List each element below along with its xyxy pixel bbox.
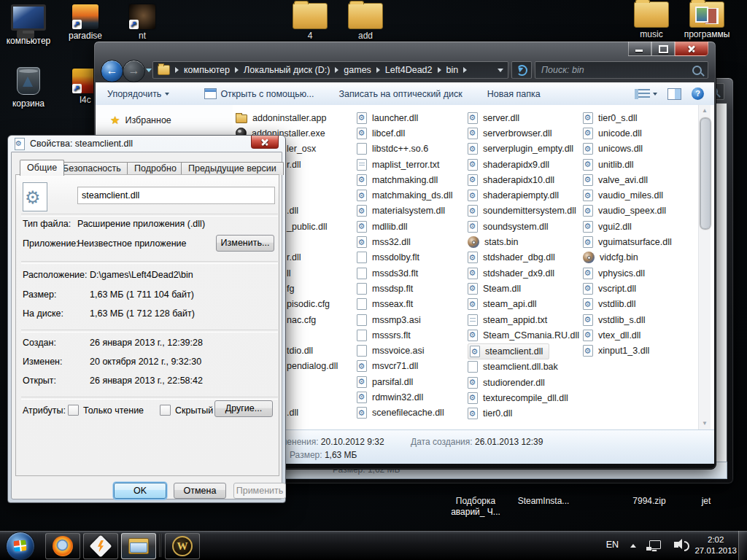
file-row[interactable]: vtex_dll.dll — [583, 327, 694, 343]
preview-pane-button[interactable] — [667, 88, 681, 100]
dialog-close-button[interactable] — [251, 136, 279, 149]
file-row[interactable]: vgui2.dll — [583, 219, 694, 234]
scroll-up-icon[interactable]: ▲ — [699, 105, 711, 117]
file-row[interactable]: materialsystem.dll — [357, 203, 468, 219]
file-row[interactable]: vstdlib.dll — [583, 297, 694, 312]
breadcrumb-item[interactable]: Left4Dead2 — [371, 65, 433, 75]
file-row[interactable]: vstdlib_s.dll — [583, 312, 694, 327]
address-dropdown-icon[interactable] — [498, 69, 503, 72]
forward-button[interactable]: → — [123, 60, 145, 82]
desktop-icon-nt[interactable]: nt — [114, 4, 171, 41]
clock[interactable]: 2:02 27.01.2013 — [694, 534, 737, 556]
file-row[interactable]: vphysics.dll — [583, 265, 694, 281]
breadcrumb-item[interactable]: bin — [433, 65, 459, 75]
desktop-icon-computer[interactable]: компьютер — [0, 4, 57, 46]
desktop-icon-folder-4[interactable]: 4 — [282, 3, 338, 41]
refresh-button[interactable] — [511, 61, 532, 79]
file-row[interactable]: studiorender.dll — [468, 375, 583, 390]
file-row[interactable]: shaderapiempty.dll — [468, 187, 583, 203]
file-row[interactable]: unitlib.dll — [583, 157, 694, 172]
language-indicator[interactable]: EN — [606, 540, 619, 550]
dialog-tab[interactable]: Общие — [20, 160, 64, 176]
file-row[interactable]: mssdolby.flt — [357, 250, 468, 265]
desktop-icon-label[interactable]: jet — [686, 496, 727, 507]
search-input[interactable]: Поиск: bin — [535, 61, 708, 79]
maximize-button[interactable] — [651, 42, 675, 56]
desktop-icon-recycle-bin[interactable]: корзина — [0, 67, 57, 109]
burn-button[interactable]: Записать на оптический диск — [332, 85, 470, 103]
cancel-button[interactable]: Отмена — [174, 483, 226, 499]
scrollbar-thumb[interactable] — [700, 118, 711, 229]
file-row[interactable]: Steam.dll — [468, 281, 583, 296]
file-row[interactable]: mss32.dll — [357, 234, 468, 249]
file-row[interactable]: soundemittersystem.dll — [468, 203, 583, 219]
file-row[interactable]: steam_appid.txt — [468, 312, 583, 327]
ok-button[interactable]: OK — [114, 483, 166, 499]
taskbar-item-explorer[interactable] — [121, 533, 156, 559]
file-row[interactable]: xinput1_3.dll — [583, 343, 694, 358]
file-row[interactable]: tier0_s.dll — [583, 110, 694, 125]
file-row[interactable]: unicode.dll — [583, 125, 694, 141]
file-row[interactable]: stdshader_dx9.dll — [468, 265, 583, 281]
file-row[interactable]: unicows.dll — [583, 141, 694, 157]
desktop-icon-music[interactable]: music — [623, 1, 680, 39]
file-row[interactable]: rdmwin32.dll — [357, 389, 468, 405]
change-view-button[interactable] — [635, 89, 657, 99]
show-desktop-button[interactable] — [738, 531, 747, 560]
file-row[interactable]: vaudio_miles.dll — [583, 187, 694, 203]
file-name-field[interactable]: steamclient.dll — [77, 187, 275, 204]
file-row[interactable]: scenefilecache.dll — [357, 405, 468, 421]
file-row[interactable]: vidcfg.bin — [583, 250, 694, 265]
sidebar-item-favorites[interactable]: ★ Избранное — [110, 114, 171, 127]
file-row[interactable]: msvcr71.dll — [357, 359, 468, 374]
file-row[interactable]: steamclient.dll.bak — [468, 359, 583, 375]
dialog-tab[interactable]: Предыдущие версии — [181, 162, 284, 175]
help-button[interactable]: ? — [692, 88, 704, 100]
file-row[interactable]: shaderapidx10.dll — [468, 172, 583, 187]
file-row[interactable]: maplist_terror.txt — [357, 157, 468, 172]
file-row[interactable]: msssrs.flt — [357, 327, 468, 343]
taskbar-item-wow[interactable]: W — [165, 533, 200, 559]
desktop-icon-programs[interactable]: программы — [678, 1, 735, 39]
recent-pages-chevron-icon[interactable] — [146, 69, 152, 72]
file-row[interactable]: libstdc++.so.6 — [357, 141, 468, 157]
file-row[interactable]: soundsystem.dll — [468, 219, 583, 234]
hidden-checkbox[interactable] — [160, 405, 171, 416]
apply-button[interactable]: Применить — [233, 483, 286, 499]
vertical-scrollbar[interactable]: ▲ ▼ — [698, 105, 711, 429]
file-row[interactable]: mssvoice.asi — [357, 343, 468, 358]
start-button[interactable] — [6, 532, 35, 560]
breadcrumb-item[interactable]: компьютер — [170, 65, 230, 75]
open-with-button[interactable]: Открыть с помощью... — [197, 85, 321, 103]
new-folder-button[interactable]: Новая папка — [480, 85, 548, 103]
readonly-checkbox[interactable] — [68, 405, 79, 416]
file-row[interactable]: valve_avi.dll — [583, 172, 694, 187]
file-row[interactable]: mdllib.dll — [357, 219, 468, 234]
file-row[interactable]: serverbrowser.dll — [468, 125, 583, 141]
back-button[interactable]: ← — [101, 60, 123, 82]
file-row[interactable]: vscript.dll — [583, 281, 694, 296]
address-bar[interactable]: компьютерЛокальный диск (D:)gamesLeft4De… — [152, 61, 508, 79]
file-row[interactable]: vaudio_speex.dll — [583, 203, 694, 219]
file-row[interactable]: tier0.dll — [468, 406, 583, 421]
minimize-button[interactable] — [628, 42, 651, 56]
file-row[interactable]: serverplugin_empty.dll — [468, 141, 583, 157]
file-row[interactable]: steamclient.dll — [468, 343, 549, 359]
other-attributes-button[interactable]: Другие... — [214, 400, 273, 417]
file-row[interactable]: mssmp3.asi — [357, 312, 468, 327]
desktop-icon-label[interactable]: 7994.zip — [616, 496, 682, 507]
file-row[interactable]: stdshader_dbg.dll — [468, 250, 583, 265]
file-row[interactable]: matchmaking.dll — [357, 172, 468, 187]
file-row[interactable]: stats.bin — [468, 234, 583, 249]
dialog-title-bar[interactable]: Свойства: steamclient.dll — [8, 136, 285, 152]
file-row[interactable]: matchmaking_ds.dll — [357, 187, 468, 203]
file-row[interactable]: mssdsp.flt — [357, 281, 468, 296]
volume-icon[interactable] — [674, 542, 678, 548]
dialog-tab[interactable]: Подробно — [127, 162, 184, 175]
file-row[interactable]: msseax.flt — [357, 297, 468, 312]
dialog-tab[interactable]: Безопасность — [55, 162, 128, 175]
file-row[interactable]: Steam_CSmania.RU.dll — [468, 327, 583, 343]
desktop-icon-label[interactable]: SteamInsta... — [511, 496, 576, 507]
show-hidden-icons-button[interactable] — [630, 544, 636, 548]
file-row[interactable]: texturecompile_dll.dll — [468, 390, 583, 405]
